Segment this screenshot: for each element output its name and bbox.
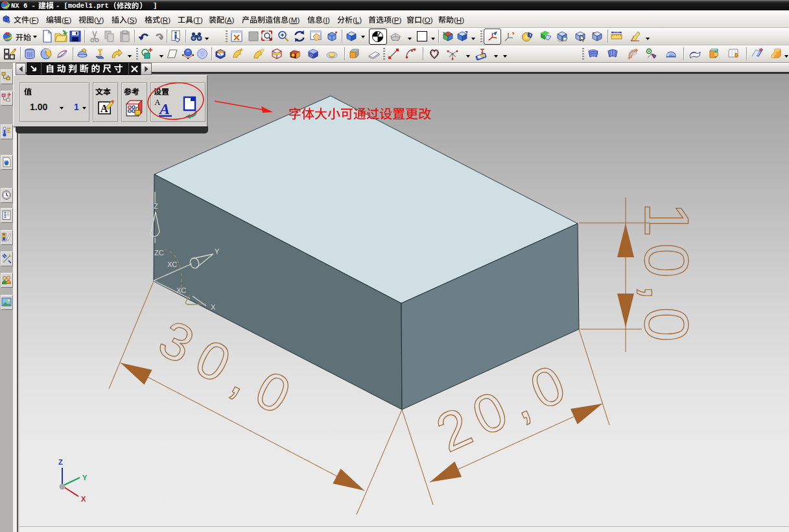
svg-text:Y: Y [82,474,88,481]
svg-text:A: A [158,100,170,117]
svg-text:ZC: ZC [154,249,164,257]
svg-text:Y: Y [215,248,220,255]
svg-text:10,0: 10,0 [631,202,702,348]
svg-text:Z: Z [58,458,63,466]
svg-text:XC: XC [176,286,186,294]
svg-text:X: X [81,495,86,503]
svg-text:X: X [211,303,216,311]
svg-text:Z: Z [154,202,158,210]
svg-text:XC: XC [167,260,177,268]
